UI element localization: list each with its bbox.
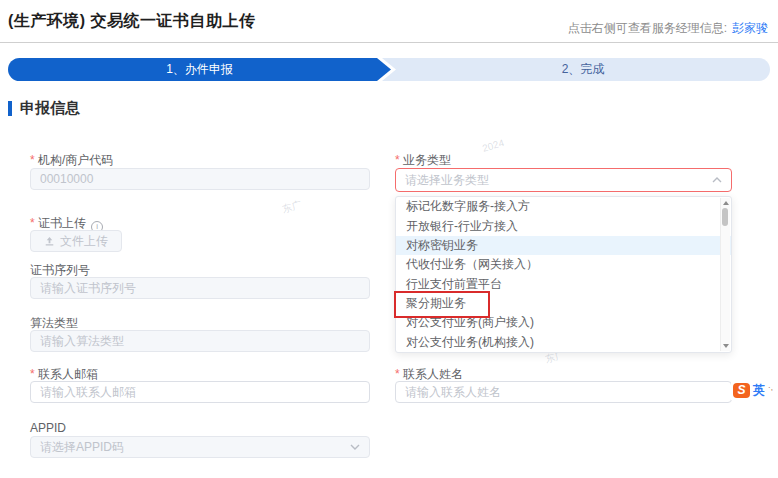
business-type-dropdown: 标记化数字服务-接入方 开放银行-行业方接入 对称密钥业务 代收付业务（网关接入… xyxy=(395,196,732,353)
dropdown-scrollbar[interactable] xyxy=(720,198,730,351)
section-header: 申报信息 xyxy=(8,99,80,118)
algorithm-type-placeholder: 请输入算法类型 xyxy=(40,333,124,350)
business-type-label: 业务类型 xyxy=(395,152,732,169)
merchant-code-value xyxy=(40,172,360,186)
contact-email-field[interactable] xyxy=(40,385,360,399)
step-2-label: 2、完成 xyxy=(562,61,605,78)
appid-label: APPID xyxy=(30,421,370,435)
file-upload-button: 文件上传 xyxy=(30,230,122,252)
scroll-up-arrow-icon[interactable] xyxy=(723,201,729,205)
manager-hint-text: 点击右侧可查看服务经理信息: xyxy=(568,21,727,35)
merchant-code-label: 机构/商户代码 xyxy=(30,152,370,169)
upload-icon xyxy=(44,236,55,247)
step-2: 2、完成 xyxy=(396,58,770,81)
section-title: 申报信息 xyxy=(20,99,80,118)
appid-placeholder: 请选择APPID码 xyxy=(40,439,124,456)
appid-select: 请选择APPID码 xyxy=(30,436,370,458)
algorithm-type-input: 请输入算法类型 xyxy=(30,330,370,352)
file-upload-button-label: 文件上传 xyxy=(60,233,108,250)
ime-punctuation-marks: ·, xyxy=(768,383,773,392)
dropdown-option[interactable]: 对公支付业务(机构接入) xyxy=(396,333,731,352)
section-accent-bar xyxy=(8,101,12,116)
cert-serial-placeholder: 请输入证书序列号 xyxy=(40,280,136,297)
dropdown-option[interactable]: 代收付业务（网关接入） xyxy=(396,255,731,274)
dropdown-option-hovered[interactable]: 对称密钥业务 xyxy=(396,236,731,255)
contact-email-input[interactable] xyxy=(30,381,370,403)
ime-status-widget[interactable]: S 英 ·, xyxy=(731,380,775,400)
cert-upload-label-text: 证书上传 xyxy=(38,216,86,230)
scrollbar-thumb[interactable] xyxy=(722,208,728,226)
watermark: 东广 xyxy=(280,198,303,217)
scroll-down-arrow-icon[interactable] xyxy=(723,344,729,348)
dropdown-option[interactable]: 对公支付业务(商户接入) xyxy=(396,313,731,332)
step-1-active: 1、办件申报 xyxy=(8,58,391,81)
dropdown-option[interactable]: 标记化数字服务-接入方 xyxy=(396,197,731,216)
chevron-down-icon xyxy=(350,444,360,450)
dropdown-option[interactable]: 行业支付前置平台 xyxy=(396,275,731,294)
page-title: (生产环境) 交易统一证书自助上传 xyxy=(8,11,256,32)
business-type-select[interactable]: 请选择业务类型 xyxy=(395,168,732,192)
sogou-logo-icon[interactable]: S xyxy=(733,383,750,398)
merchant-code-input xyxy=(30,168,370,190)
contact-name-input[interactable] xyxy=(395,381,732,403)
chevron-up-icon xyxy=(712,177,722,183)
contact-name-field[interactable] xyxy=(405,385,722,399)
progress-steps: 1、办件申报 2、完成 xyxy=(8,58,770,81)
dropdown-option[interactable]: 开放银行-行业方接入 xyxy=(396,216,731,235)
cert-serial-input: 请输入证书序列号 xyxy=(30,277,370,299)
header-divider xyxy=(0,42,778,43)
step-1-label: 1、办件申报 xyxy=(166,61,233,78)
ime-mode-label[interactable]: 英 xyxy=(753,382,765,399)
business-type-placeholder: 请选择业务类型 xyxy=(405,172,489,189)
manager-name-link[interactable]: 彭家骏 xyxy=(732,21,768,35)
certificate-upload-page: 东广 2024 东广 nahin 东广 (生产环境) 交易统一证书自助上传 点击… xyxy=(0,0,778,478)
dropdown-option-annotated[interactable]: 聚分期业务 xyxy=(396,294,731,313)
service-manager-info: 点击右侧可查看服务经理信息:彭家骏 xyxy=(568,20,768,37)
